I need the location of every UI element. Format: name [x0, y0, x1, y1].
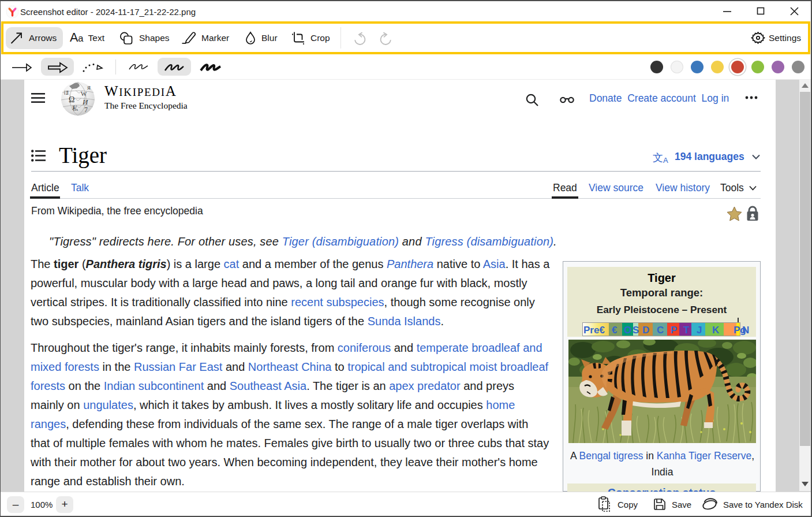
svg-text:Я: Я [87, 85, 91, 91]
svg-text:7: 7 [84, 106, 88, 114]
svg-text:私: 私 [72, 105, 78, 111]
svg-text:W: W [81, 90, 87, 97]
svg-text:Ω: Ω [69, 95, 74, 104]
svg-text:И: И [82, 98, 88, 106]
svg-text:ほ: ほ [64, 90, 69, 95]
